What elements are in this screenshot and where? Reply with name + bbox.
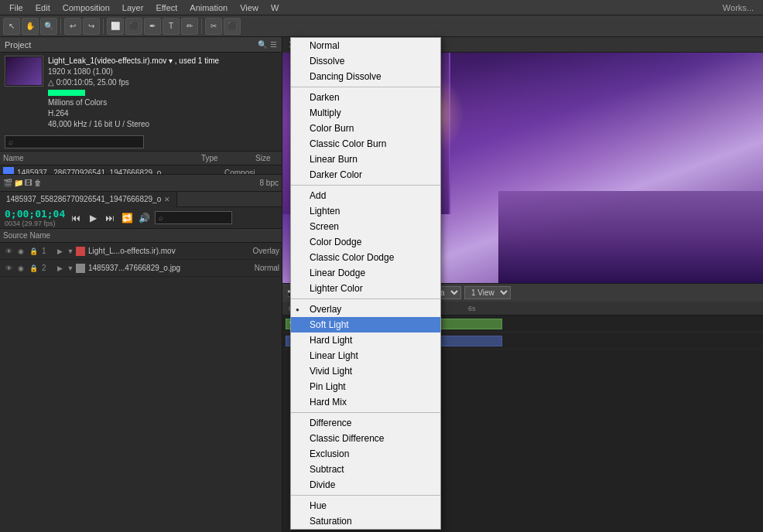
project-search-input[interactable]	[5, 135, 144, 148]
new-folder-btn[interactable]: 📁	[14, 179, 23, 187]
layer-expand-1[interactable]: ▼	[65, 263, 76, 274]
blend-difference[interactable]: Difference	[291, 415, 440, 431]
menu-effect[interactable]: Effect	[149, 3, 183, 12]
menu-file[interactable]: File	[3, 3, 29, 12]
project-resolution: 1920 x 1080 (1.00)	[48, 66, 219, 77]
blend-subtract[interactable]: Subtract	[291, 462, 440, 477]
blend-multiply[interactable]: Multiply	[291, 105, 440, 121]
play-btn[interactable]: ▶	[87, 212, 99, 224]
blend-soft-light[interactable]: Soft Light	[291, 317, 440, 332]
blend-darker-color[interactable]: Darker Color	[291, 167, 440, 182]
layer-header: Source Name	[0, 229, 282, 243]
blend-normal[interactable]: Normal	[291, 38, 440, 53]
menu-sep-4	[291, 412, 440, 413]
blend-saturation[interactable]: Saturation	[291, 513, 440, 529]
tool-shape[interactable]: ⬛	[224, 18, 241, 35]
audio-bar	[48, 90, 110, 96]
menu-composition[interactable]: Composition	[56, 3, 116, 12]
blend-screen[interactable]: Screen	[291, 219, 440, 234]
file-row-0[interactable]: 1485937...286770926541_1947666829_o Comp…	[0, 165, 282, 174]
timeline-search-input[interactable]	[155, 211, 232, 224]
menu-sep-1	[291, 87, 440, 87]
next-frame-btn[interactable]: ⏭	[104, 212, 116, 224]
menu-edit[interactable]: Edit	[29, 3, 56, 12]
blend-pin-light[interactable]: Pin Light	[291, 379, 440, 394]
layer-mode-0[interactable]: Overlay	[241, 247, 279, 255]
blend-hard-light[interactable]: Hard Light	[291, 332, 440, 348]
tool-brush[interactable]: ✏	[181, 18, 198, 35]
interpret-btn[interactable]: 🎬	[3, 179, 12, 187]
blend-color-dodge[interactable]: Color Dodge	[291, 234, 440, 250]
blend-classic-color-burn[interactable]: Classic Color Burn	[291, 136, 440, 152]
layer-row-1[interactable]: 👁 ◉ 🔒 2 ▶ ▼ 1485937...47666829_o.jpg Nor…	[0, 260, 282, 277]
view-count-select[interactable]: 1 View	[464, 286, 511, 299]
tool-ellipse[interactable]: ⬛	[125, 18, 142, 35]
timeline-tab[interactable]: 1485937_558286770926541_1947666829_o ✕	[0, 192, 177, 207]
menu-layer[interactable]: Layer	[116, 3, 150, 12]
blend-classic-color-dodge[interactable]: Classic Color Dodge	[291, 250, 440, 265]
blend-hard-mix[interactable]: Hard Mix	[291, 394, 440, 410]
time-sub: 0034 (29.97 fps)	[5, 220, 65, 227]
layer-row-0[interactable]: 👁 ◉ 🔒 1 ▶ ▼ Light_L...o-effects.ir).mov …	[0, 243, 282, 260]
new-comp-btn[interactable]: 🎞	[25, 179, 33, 187]
blend-dissolve[interactable]: Dissolve	[291, 53, 440, 69]
loop-btn[interactable]: 🔁	[121, 212, 133, 224]
panel-menu-icon[interactable]: ☰	[270, 40, 277, 49]
blend-lighter-color[interactable]: Lighter Color	[291, 281, 440, 296]
blend-exclusion[interactable]: Exclusion	[291, 446, 440, 462]
blend-linear-burn[interactable]: Linear Burn	[291, 152, 440, 167]
tool-redo[interactable]: ↪	[83, 18, 100, 35]
project-tab[interactable]: Project	[5, 40, 31, 49]
layer-lock-0[interactable]: 🔒	[28, 246, 39, 257]
project-panel-header: Project 🔍 ☰	[0, 37, 282, 53]
menu-w[interactable]: W	[265, 3, 285, 12]
tool-clone[interactable]: ✂	[205, 18, 222, 35]
blend-linear-dodge[interactable]: Linear Dodge	[291, 265, 440, 281]
blend-darken[interactable]: Darken	[291, 90, 440, 105]
blend-color-burn[interactable]: Color Burn	[291, 121, 440, 136]
layer-shy-1[interactable]: ▶	[54, 263, 65, 274]
timeline-tab-bar: 1485937_558286770926541_1947666829_o ✕	[0, 192, 282, 207]
layer-solo-1[interactable]: ◉	[15, 263, 26, 274]
timeline-panel: 1485937_558286770926541_1947666829_o ✕ 0…	[0, 192, 282, 532]
layer-eye-0[interactable]: 👁	[3, 246, 14, 257]
layer-mode-1[interactable]: Normal	[241, 264, 279, 272]
blend-dancing-dissolve[interactable]: Dancing Dissolve	[291, 69, 440, 84]
project-panel: Project 🔍 ☰ Light_Leak_1(video-effects.i…	[0, 37, 282, 192]
layer-expand-0[interactable]: ▼	[65, 246, 76, 257]
layer-lock-1[interactable]: 🔒	[28, 263, 39, 274]
layer-solo-0[interactable]: ◉	[15, 246, 26, 257]
tool-zoom[interactable]: 🔍	[40, 18, 57, 35]
layer-eye-1[interactable]: 👁	[3, 263, 14, 274]
tool-select[interactable]: ↖	[3, 18, 20, 35]
blend-lighten[interactable]: Lighten	[291, 203, 440, 219]
blend-classic-difference[interactable]: Classic Difference	[291, 431, 440, 446]
blend-vivid-light[interactable]: Vivid Light	[291, 363, 440, 379]
menu-view[interactable]: View	[234, 3, 265, 12]
mute-btn[interactable]: 🔊	[138, 212, 150, 224]
layer-shy-0[interactable]: ▶	[54, 246, 65, 257]
blend-add[interactable]: Add	[291, 188, 440, 203]
tool-undo[interactable]: ↩	[64, 18, 81, 35]
blend-overlay[interactable]: Overlay	[291, 302, 440, 317]
blend-hue[interactable]: Hue	[291, 498, 440, 513]
menu-animation[interactable]: Animation	[183, 3, 234, 12]
panel-search-icon[interactable]: 🔍	[258, 40, 267, 49]
delete-btn[interactable]: 🗑	[34, 179, 42, 187]
tool-hand[interactable]: ✋	[22, 18, 39, 35]
col-size-header: Size	[255, 154, 279, 162]
blend-divide[interactable]: Divide	[291, 477, 440, 493]
left-panel: Project 🔍 ☰ Light_Leak_1(video-effects.i…	[0, 37, 282, 532]
layer-color-1	[76, 264, 85, 273]
timeline-close[interactable]: ✕	[164, 196, 170, 203]
prev-frame-btn[interactable]: ⏮	[70, 212, 82, 224]
tool-rect[interactable]: ⬜	[107, 18, 124, 35]
file-list-header: Name Type Size	[0, 152, 282, 165]
tool-pen[interactable]: ✒	[144, 18, 161, 35]
blend-linear-light[interactable]: Linear Light	[291, 348, 440, 363]
project-info: Light_Leak_1(video-effects.ir).mov ▾ , u…	[0, 53, 282, 133]
menu-sep-2	[291, 185, 440, 186]
layer-header-label: Source Name	[3, 231, 50, 240]
layer-name-0: Light_L...o-effects.ir).mov	[88, 247, 241, 255]
tool-text[interactable]: T	[163, 18, 180, 35]
